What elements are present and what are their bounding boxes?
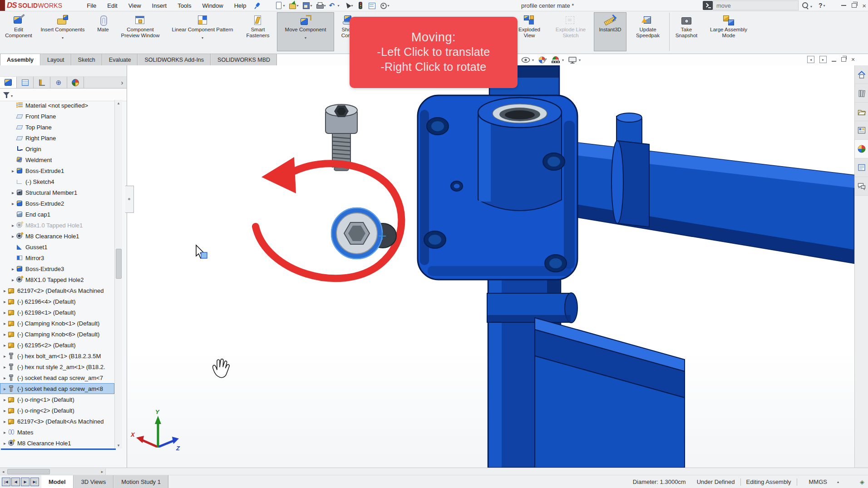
tab-dimxpert[interactable] xyxy=(50,77,67,88)
view-settings-button[interactable] xyxy=(568,56,581,64)
tree-scrollbar[interactable]: ▴ ▾ xyxy=(114,100,122,449)
tree-item[interactable]: End cap1 xyxy=(0,209,114,220)
smart-fasteners-button[interactable]: Smart Fasteners xyxy=(241,12,275,51)
tree-item[interactable]: Mirror3 xyxy=(0,252,114,263)
expand-arrow-icon[interactable] xyxy=(2,430,8,435)
previous-window-icon[interactable]: ◂ xyxy=(807,56,814,63)
task-pane-home-button[interactable] xyxy=(855,65,868,84)
new-document-button[interactable] xyxy=(273,1,286,10)
tree-item[interactable]: Boss-Extrude1 xyxy=(0,165,114,176)
filter-caret-icon[interactable] xyxy=(11,91,13,99)
tree-item[interactable]: (-) hex nut style 2_am<1> (B18.2. xyxy=(0,361,114,372)
apply-scene-button[interactable] xyxy=(551,56,564,64)
tree-item[interactable]: (-) o-ring<2> (Default) xyxy=(0,405,114,416)
scroll-down-icon[interactable]: ▾ xyxy=(115,442,122,449)
tree-item[interactable]: Mates xyxy=(0,427,114,438)
close-icon[interactable]: × xyxy=(862,2,866,9)
panel-splitter-handle[interactable] xyxy=(125,186,134,213)
tree-item[interactable]: (-) Clamping Knob<1> (Default) xyxy=(0,318,114,329)
linear-component-pattern-button[interactable]: Linear Component Pattern xyxy=(166,12,239,51)
panel-horizontal-scrollbar[interactable]: ◂ ▸ xyxy=(0,468,106,475)
file-properties-button[interactable] xyxy=(367,1,377,10)
expand-arrow-icon[interactable] xyxy=(2,408,8,413)
task-pane-custom-properties-button[interactable] xyxy=(855,158,868,177)
expand-arrow-icon[interactable] xyxy=(2,419,8,424)
search-icon[interactable] xyxy=(801,1,809,10)
command-tab[interactable]: Assembly xyxy=(0,54,40,65)
task-pane-appearances-button[interactable] xyxy=(855,140,868,158)
menu-item[interactable]: View xyxy=(124,1,146,10)
tab-property-manager[interactable] xyxy=(17,77,34,88)
tree-item[interactable]: Material <not specified> xyxy=(0,100,114,111)
menu-item[interactable]: Tools xyxy=(173,1,196,10)
expand-arrow-icon[interactable] xyxy=(2,332,8,337)
go-to-start-button[interactable]: |◀ xyxy=(2,478,10,486)
expand-arrow-icon[interactable] xyxy=(10,223,16,228)
tree-item[interactable]: Origin xyxy=(0,143,114,154)
scrollbar-thumb[interactable] xyxy=(7,469,50,474)
rebuild-button[interactable] xyxy=(355,1,365,10)
search-dropdown-icon[interactable] xyxy=(809,2,812,9)
assembly-model[interactable] xyxy=(418,66,854,468)
document-tab[interactable]: 3D Views xyxy=(74,475,114,488)
tab-design-tree[interactable] xyxy=(0,77,17,88)
expand-arrow-icon[interactable] xyxy=(2,310,8,315)
expand-arrow-icon[interactable] xyxy=(2,397,8,402)
status-tag-icon[interactable]: ◈ xyxy=(860,478,864,485)
tree-item[interactable]: Weldment xyxy=(0,154,114,165)
command-tab[interactable]: Evaluate xyxy=(102,54,138,65)
minimize-icon[interactable] xyxy=(841,5,846,6)
menu-item[interactable]: Edit xyxy=(103,1,122,10)
tree-item[interactable]: 62197<2> (Default<As Machined xyxy=(0,285,114,296)
menu-item[interactable]: Window xyxy=(197,1,227,10)
tree-item[interactable]: Front Plane xyxy=(0,111,114,122)
expand-arrow-icon[interactable] xyxy=(10,201,16,206)
edit-appearance-button[interactable] xyxy=(538,56,547,64)
insert-components-button[interactable]: Insert Components xyxy=(36,12,89,51)
expand-arrow-icon[interactable] xyxy=(2,441,8,446)
tree-item[interactable]: (-) Clamping Knob<6> (Default) xyxy=(0,329,114,340)
task-pane-file-explorer-button[interactable] xyxy=(855,103,868,121)
panel-expand-chevron-icon[interactable] xyxy=(118,77,127,88)
explode-line-sketch-button[interactable]: Explode Line Sketch xyxy=(550,12,592,51)
large-assembly-mode-button[interactable]: Large Assembly Mode xyxy=(706,12,751,51)
select-button[interactable] xyxy=(342,1,354,10)
tree-item[interactable]: (-) 62198<1> (Default) xyxy=(0,307,114,318)
expand-arrow-icon[interactable] xyxy=(10,168,16,173)
tree-item[interactable]: Gusset1 xyxy=(0,242,114,252)
tree-item[interactable]: M8 Clearance Hole1 xyxy=(0,231,114,242)
component-preview-window-button[interactable]: Component Preview Window xyxy=(117,12,164,51)
expand-arrow-icon[interactable] xyxy=(10,234,16,239)
open-button[interactable] xyxy=(287,1,300,10)
expand-arrow-icon[interactable] xyxy=(2,354,8,359)
search-commands-icon[interactable] xyxy=(703,1,713,10)
command-tab[interactable]: Layout xyxy=(40,54,71,65)
tree-item[interactable]: (-) socket head cap screw_am<8 xyxy=(0,383,114,394)
expand-arrow-icon[interactable] xyxy=(10,190,16,195)
print-button[interactable] xyxy=(315,1,327,10)
expand-arrow-icon[interactable] xyxy=(2,288,8,293)
command-tab[interactable]: SOLIDWORKS MBD xyxy=(211,54,277,65)
tree-item[interactable]: 62197<3> (Default<As Machined xyxy=(0,416,114,427)
expand-arrow-icon[interactable] xyxy=(10,277,16,282)
expand-arrow-icon[interactable] xyxy=(2,375,8,380)
menu-item[interactable]: Insert xyxy=(148,1,172,10)
document-tab[interactable]: Motion Study 1 xyxy=(113,475,168,488)
tree-item[interactable]: (-) 62196<4> (Default) xyxy=(0,296,114,307)
tree-item[interactable]: M8x1.0 Tapped Hole1 xyxy=(0,220,114,231)
tree-item[interactable]: Structural Member1 xyxy=(0,187,114,198)
status-units-selector[interactable]: MMGS xyxy=(797,478,851,485)
minimize-document-icon[interactable] xyxy=(832,61,836,62)
restore-document-icon[interactable] xyxy=(841,57,846,62)
command-tab[interactable]: Sketch xyxy=(71,54,102,65)
help-button[interactable]: ? xyxy=(819,0,825,11)
tree-item[interactable]: Top Plane xyxy=(0,122,114,133)
take-snapshot-button[interactable]: Take Snapshot xyxy=(669,12,704,51)
tree-item[interactable]: (-) 62195<2> (Default) xyxy=(0,340,114,350)
next-window-icon[interactable]: ▸ xyxy=(819,56,827,63)
expand-arrow-icon[interactable] xyxy=(2,386,8,391)
edit-component-button[interactable]: Edit Component xyxy=(4,12,34,51)
scroll-right-icon[interactable]: ▸ xyxy=(99,469,105,474)
filter-funnel-icon[interactable] xyxy=(3,91,10,99)
pin-menu-icon[interactable] xyxy=(254,2,261,9)
